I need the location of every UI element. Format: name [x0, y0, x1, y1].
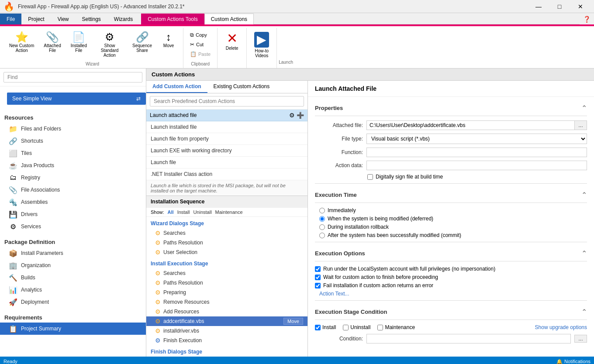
- close-button[interactable]: ✕: [570, 0, 591, 13]
- action-item-launch-file[interactable]: Launch file: [146, 157, 307, 168]
- sidebar-item-registry[interactable]: 🗂 Registry: [0, 172, 146, 184]
- stage-check-install-input[interactable]: [315, 325, 321, 330]
- execution-options-collapse-btn[interactable]: ⌃: [581, 249, 587, 258]
- show-standard-action-button[interactable]: ⚙ Show StandardAction: [93, 30, 127, 60]
- stage-check-uninstall-label: Uninstall: [350, 324, 370, 330]
- sidebar-item-analytics[interactable]: 📊 Analytics: [0, 284, 146, 296]
- ca-right-panel: Launch Attached File Properties ⌃ Attach…: [308, 81, 594, 357]
- howto-videos-button[interactable]: ▶ How-toVideos: [250, 30, 273, 60]
- move-button-addcertificate[interactable]: Move: [283, 318, 303, 325]
- tab-custom-actions[interactable]: Custom Actions: [204, 14, 254, 24]
- tab-project[interactable]: Project: [21, 14, 51, 24]
- sidebar-item-project-summary[interactable]: 📋 Project Summary: [0, 323, 146, 335]
- prop-row-digitally-sign: Digitally sign file at build time: [367, 174, 587, 180]
- copy-button[interactable]: ⧉ Copy: [188, 31, 213, 39]
- notifications-area[interactable]: 🔔 Notifications: [556, 359, 591, 364]
- filter-maintenance[interactable]: Maintenance: [215, 209, 243, 215]
- sidebar-item-assemblies[interactable]: 🔩 Assemblies: [0, 196, 146, 208]
- ribbon-group-wizard: ⭐ New CustomAction 📎 AttachedFile 📄 Inst…: [2, 28, 183, 68]
- move-button[interactable]: ↕ Move: [158, 30, 180, 50]
- sidebar-item-install-parameters[interactable]: 📦 Install Parameters: [0, 247, 146, 259]
- action-item-launch-attached-file[interactable]: Launch attached file ⚙ ➕: [146, 110, 307, 121]
- maximize-button[interactable]: □: [549, 0, 570, 13]
- search-input[interactable]: [3, 72, 142, 82]
- stage-check-uninstall-input[interactable]: [343, 325, 349, 330]
- sidebar-item-files-folders[interactable]: 📁 Files and Folders: [0, 123, 146, 135]
- ca-search-input[interactable]: [150, 96, 304, 106]
- tab-view[interactable]: View: [51, 14, 76, 24]
- action-add-icon[interactable]: ➕: [297, 112, 304, 119]
- radio-commit-input[interactable]: [319, 233, 325, 238]
- show-upgrade-options-link[interactable]: Show upgrade options: [535, 324, 587, 330]
- filter-all[interactable]: All: [168, 209, 174, 215]
- simple-view-button[interactable]: See Simple View ⇄: [7, 93, 146, 105]
- checkbox-wait-finish-input[interactable]: [315, 275, 321, 280]
- radio-rollback-input[interactable]: [319, 224, 325, 230]
- stage-check-maintenance-input[interactable]: [377, 325, 383, 330]
- new-custom-action-button[interactable]: ⭐ New CustomAction: [5, 30, 38, 55]
- radio-commit: After the system has been successfully m…: [319, 232, 587, 238]
- filter-install[interactable]: Install: [177, 209, 190, 215]
- seq-item-addcertificate-label: addcertificate.vbs: [163, 318, 204, 324]
- ribbon-group-wizard-items: ⭐ New CustomAction 📎 AttachedFile 📄 Inst…: [5, 30, 180, 60]
- condition-browse-btn[interactable]: …: [574, 335, 587, 343]
- attached-file-input[interactable]: [366, 120, 574, 130]
- tab-file[interactable]: File: [0, 14, 21, 24]
- attached-file-button[interactable]: 📎 AttachedFile: [40, 30, 65, 55]
- digitally-sign-checkbox[interactable]: [367, 174, 373, 180]
- file-type-select[interactable]: Visual basic script (*.vbs) Executable (…: [366, 134, 587, 144]
- seq-item-preparing-icon: ⚙: [155, 289, 161, 296]
- radio-deferred-label: When the system is being modified (defer…: [328, 216, 433, 222]
- sidebar-item-file-associations[interactable]: 📎 File Associations: [0, 184, 146, 196]
- tab-existing-custom-actions[interactable]: Existing Custom Actions: [207, 81, 276, 93]
- prop-row-action-data: Action data:: [315, 161, 587, 170]
- sidebar-item-shortcuts[interactable]: 🔗 Shortcuts: [0, 135, 146, 147]
- delete-button[interactable]: ✕ Delete: [221, 30, 243, 53]
- sidebar-item-java-products[interactable]: ☕ Java Products: [0, 159, 146, 172]
- execution-time-collapse-btn[interactable]: ⌃: [581, 191, 587, 199]
- execution-options-checkboxes: Run under the LocalSystem account with f…: [315, 266, 587, 288]
- condition-input[interactable]: [366, 334, 571, 343]
- requirements-title: Requirements: [0, 310, 146, 323]
- checkbox-fail-on-error-input[interactable]: [315, 283, 321, 288]
- paste-button[interactable]: 📋 Paste: [188, 50, 213, 58]
- sidebar-item-builds[interactable]: 🔨 Builds: [0, 271, 146, 284]
- function-input[interactable]: [366, 148, 587, 157]
- sidebar-item-organization[interactable]: 🏢 Organization: [0, 259, 146, 271]
- help-button[interactable]: ❓: [580, 14, 594, 24]
- show-label: Show:: [151, 209, 164, 215]
- radio-deferred-input[interactable]: [319, 216, 325, 222]
- copy-label: Copy: [196, 32, 207, 38]
- sidebar-item-tiles[interactable]: ⬜ Tiles: [0, 147, 146, 159]
- cut-button[interactable]: ✂ Cut: [188, 40, 213, 49]
- tab-custom-actions-tools[interactable]: Custom Actions Tools: [141, 14, 204, 24]
- properties-collapse-btn[interactable]: ⌃: [581, 104, 587, 112]
- seq-item-addcertificate-icon: ⚙: [155, 318, 161, 325]
- sidebar-item-services[interactable]: ⚙ Services: [0, 220, 146, 233]
- minimize-button[interactable]: —: [528, 0, 549, 13]
- action-item-net-installer-class[interactable]: .NET Installer Class action: [146, 168, 307, 180]
- sidebar-item-deployment[interactable]: 🚀 Deployment: [0, 296, 146, 308]
- action-item-launch-exe-working-dir[interactable]: Launch EXE with working directory: [146, 145, 307, 157]
- tab-settings[interactable]: Settings: [76, 14, 107, 24]
- resources-title: Resources: [0, 111, 146, 123]
- action-text-link[interactable]: Action Text...: [319, 291, 587, 297]
- tab-add-custom-action[interactable]: Add Custom Action: [146, 81, 207, 93]
- checkbox-local-system-input[interactable]: [315, 266, 321, 272]
- sequence-share-button[interactable]: 🔗 SequenceShare: [128, 30, 156, 55]
- action-item-launch-installed-file[interactable]: Launch installed file: [146, 121, 307, 133]
- seq-item-addcertificate[interactable]: ⚙ addcertificate.vbs Move: [146, 316, 307, 326]
- content-area: Custom Actions Add Custom Action Existin…: [146, 69, 594, 357]
- action-config-icon[interactable]: ⚙: [289, 112, 295, 119]
- attached-file-browse-btn[interactable]: …: [574, 120, 587, 130]
- radio-immediately-input[interactable]: [319, 208, 325, 213]
- action-data-input[interactable]: [366, 161, 587, 170]
- tab-wizards[interactable]: Wizards: [107, 14, 139, 24]
- sidebar-item-drivers[interactable]: 💾 Drivers: [0, 208, 146, 220]
- package-definition-title: Package Definition: [0, 234, 146, 247]
- execution-stage-condition-collapse-btn[interactable]: ⌃: [581, 308, 587, 316]
- attached-file-label: Attached file:: [315, 122, 363, 128]
- filter-uninstall[interactable]: Uninstall: [193, 209, 211, 215]
- installed-file-button[interactable]: 📄 InstalledFile: [67, 30, 91, 55]
- action-item-launch-file-from-property[interactable]: Launch file from property: [146, 133, 307, 145]
